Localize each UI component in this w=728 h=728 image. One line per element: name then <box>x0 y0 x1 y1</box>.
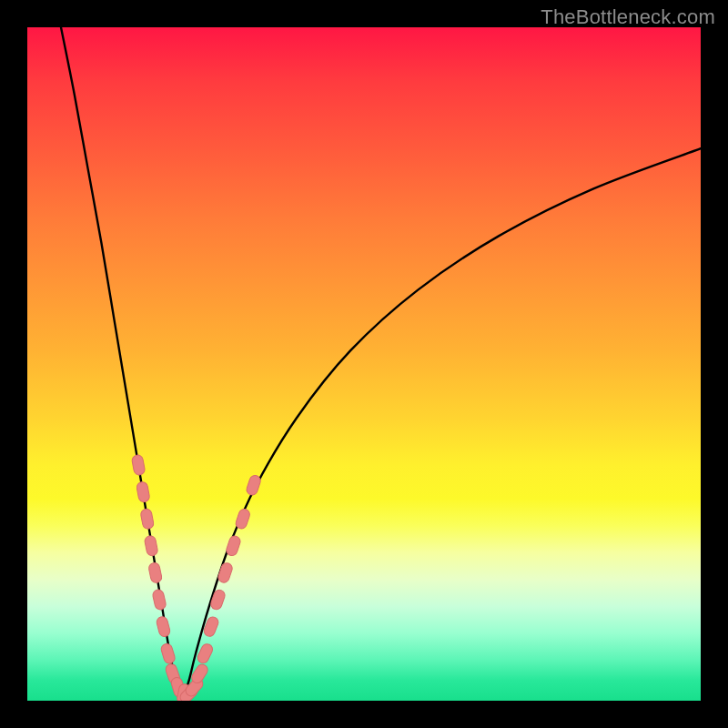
marker-group <box>131 454 262 701</box>
plot-area <box>27 27 701 701</box>
marker-pill <box>225 534 241 557</box>
marker-pill <box>156 615 171 637</box>
marker-pill <box>209 589 227 612</box>
chart-frame: TheBottleneck.com <box>0 0 728 728</box>
marker-pill <box>235 508 251 531</box>
marker-pill <box>131 454 146 476</box>
watermark-text: TheBottleneck.com <box>541 5 715 29</box>
marker-pill <box>147 561 162 583</box>
marker-pill <box>136 481 150 503</box>
marker-pill <box>217 561 233 584</box>
chart-svg-layer <box>27 27 701 701</box>
marker-pill <box>144 535 158 557</box>
marker-pill <box>160 642 177 665</box>
marker-pill <box>140 508 155 530</box>
marker-pill <box>152 589 167 611</box>
curve-right-branch <box>182 148 701 701</box>
marker-pill <box>245 474 261 497</box>
